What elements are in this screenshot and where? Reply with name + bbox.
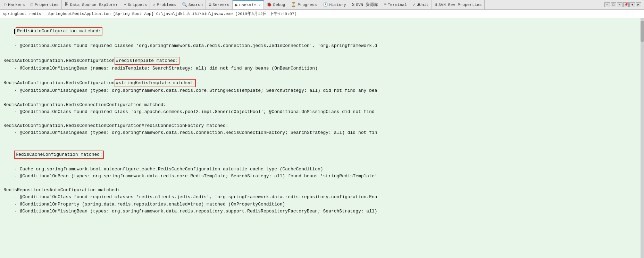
- window-controls: ─ □ ✕ 📌 ◀ ▶: [604, 2, 643, 7]
- highlight-redis-template: #redisTemplate matched:: [115, 57, 179, 65]
- pin-button[interactable]: 📌: [623, 2, 629, 7]
- console-line-18: - @ConditionalOnBean (types: org.springf…: [3, 173, 641, 180]
- tab-problems[interactable]: ⚠ Problems: [150, 0, 179, 10]
- tab-junit[interactable]: ✓ JUnit: [410, 0, 432, 10]
- nav-forward-button[interactable]: ▶: [636, 2, 641, 7]
- history-icon: 🕐: [323, 2, 328, 7]
- properties-icon: □: [31, 2, 33, 7]
- tab-properties[interactable]: □ Properties: [28, 0, 62, 10]
- process-title: springboot_redis - SpringbootRedisApplic…: [3, 11, 297, 16]
- servers-icon: ⚙: [209, 2, 211, 7]
- snippets-icon: ✂: [124, 2, 126, 7]
- close-button[interactable]: ✕: [617, 2, 622, 7]
- console-line-19: [3, 180, 641, 187]
- nav-back-button[interactable]: ◀: [629, 2, 635, 7]
- scrollbar-thumb[interactable]: [641, 21, 644, 42]
- terminal-icon: ⌨: [384, 2, 386, 7]
- console-line-15: [3, 136, 641, 143]
- maximize-button[interactable]: □: [611, 2, 616, 7]
- datasource-icon: 🗄: [65, 2, 69, 7]
- console-line-3: [3, 50, 641, 57]
- search-icon: 🔍: [182, 2, 187, 7]
- junit-icon: ✓: [413, 2, 415, 7]
- tab-terminal[interactable]: ⌨ Terminal: [381, 0, 410, 10]
- console-line-20: RedisRepositoriesAutoConfiguration match…: [3, 187, 641, 194]
- title-bar: springboot_redis - SpringbootRedisApplic…: [0, 10, 644, 18]
- tab-servers-label: Servers: [212, 2, 229, 7]
- console-close-icon[interactable]: ✕: [258, 3, 261, 7]
- console-line-13: RedisAutoConfiguration.RedisConnectionCo…: [3, 122, 641, 129]
- tab-snippets-label: Snippets: [128, 2, 147, 7]
- tab-datasource[interactable]: 🗄 Data Source Explorer: [62, 0, 121, 10]
- tab-markers-label: Markers: [8, 2, 25, 7]
- console-line-7: RedisAutoConfiguration.RedisConfiguratio…: [3, 79, 641, 87]
- svnrev-icon: S: [435, 2, 437, 7]
- console-line-23: - @ConditionalOnMissingBean (types: org.…: [3, 208, 641, 215]
- tab-debug-label: Debug: [273, 2, 285, 7]
- tab-search[interactable]: 🔍 Search: [179, 0, 206, 10]
- markers-icon: ⚐: [4, 2, 7, 7]
- tab-history[interactable]: 🕐 History: [320, 0, 349, 10]
- tab-datasource-label: Data Source Explorer: [70, 2, 118, 7]
- tab-svn[interactable]: S SVN 资源库: [349, 0, 381, 10]
- highlight-redis-auto: RedisAutoConfiguration matched:: [16, 27, 102, 35]
- tab-markers[interactable]: ⚐ Markers: [1, 0, 28, 10]
- console-line-2: - @ConditionalOnClass found required cla…: [3, 42, 641, 49]
- console-line-14: - @ConditionalOnMissingBean (types: org.…: [3, 129, 641, 136]
- vertical-scrollbar[interactable]: [641, 18, 644, 258]
- console-line-4: RedisAutoConfiguration.RedisConfiguratio…: [3, 57, 641, 65]
- tab-progress-label: Progress: [298, 2, 317, 7]
- debug-icon: 🐞: [267, 2, 272, 7]
- minimize-button[interactable]: ─: [604, 2, 610, 7]
- tab-snippets[interactable]: ✂ Snippets: [121, 0, 150, 10]
- tab-svnrev-label: SVN Rev Properties: [438, 2, 482, 7]
- progress-icon: ⏳: [291, 2, 296, 7]
- console-line-12: [3, 115, 641, 122]
- tab-console[interactable]: ▶ Console ✕: [233, 0, 264, 10]
- tab-history-label: History: [329, 2, 346, 7]
- console-line-5: - @ConditionalOnMissingBean (names: redi…: [3, 65, 641, 72]
- console-area[interactable]: RedisAutoConfiguration matched: - @Condi…: [0, 18, 644, 258]
- console-line-11: - @ConditionalOnClass found required cla…: [3, 108, 641, 115]
- console-icon: ▶: [235, 2, 238, 8]
- tab-debug[interactable]: 🐞 Debug: [264, 0, 288, 10]
- highlight-string-redis-template: #stringRedisTemplate matched:: [115, 79, 196, 87]
- tab-progress[interactable]: ⏳ Progress: [288, 0, 320, 10]
- svn-icon: S: [352, 2, 354, 7]
- console-line-22: - @ConditionalOnProperty (spring.data.re…: [3, 201, 641, 208]
- console-line-10: RedisAutoConfiguration.RedisConnectionCo…: [3, 102, 641, 108]
- highlight-redis-cache: RedisCacheConfiguration matched:: [14, 151, 104, 159]
- tab-bar: ⚐ Markers □ Properties 🗄 Data Source Exp…: [0, 0, 644, 10]
- console-line-9: [3, 94, 641, 101]
- problems-icon: ⚠: [153, 2, 155, 7]
- tab-terminal-label: Terminal: [388, 2, 407, 7]
- tab-servers[interactable]: ⚙ Servers: [206, 0, 233, 10]
- tab-problems-label: Problems: [157, 2, 176, 7]
- tab-console-label: Console: [239, 3, 256, 7]
- console-line-16: RedisCacheConfiguration matched:: [3, 143, 641, 166]
- tab-search-label: Search: [189, 2, 203, 7]
- tab-junit-label: JUnit: [417, 2, 429, 7]
- console-line-21: - @ConditionalOnClass found required cla…: [3, 194, 641, 201]
- tab-properties-label: Properties: [35, 2, 59, 7]
- tab-svn-label: SVN 资源库: [356, 2, 378, 7]
- console-line-8: - @ConditionalOnMissingBean (types: org.…: [3, 87, 641, 94]
- console-line-1: RedisAutoConfiguration matched:: [3, 20, 641, 42]
- console-line-6: [3, 72, 641, 79]
- console-line-17: - Cache org.springframework.boot.autocon…: [3, 166, 641, 173]
- tab-svnrev[interactable]: S SVN Rev Properties: [432, 0, 485, 10]
